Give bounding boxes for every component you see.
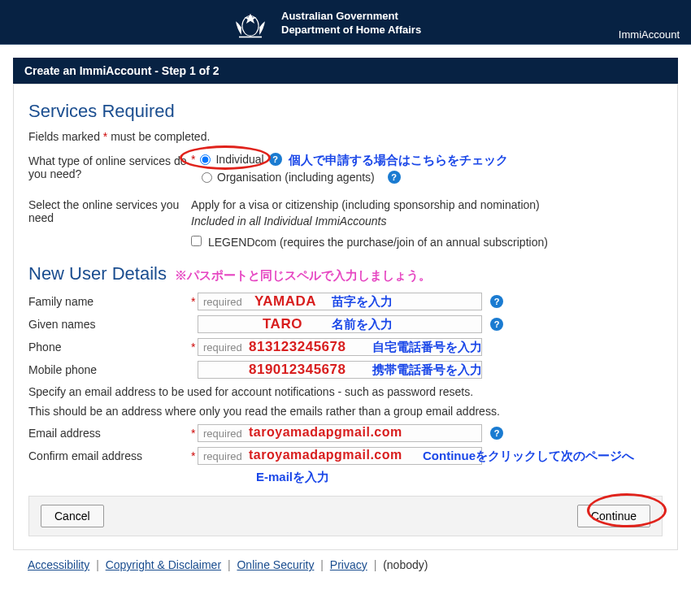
help-icon[interactable]: ? [269,153,282,166]
dept-name: Department of Home Affairs [281,24,421,37]
email-label: Email address [28,427,191,440]
panel-title: Create an ImmiAccount - Step 1 of 2 [13,58,678,84]
phone-label: Phone [28,341,191,354]
product-name: ImmiAccount [619,28,680,41]
phone-input[interactable] [198,338,482,356]
header: Australian Government Department of Home… [0,0,691,44]
cancel-button[interactable]: Cancel [41,505,104,527]
select-services-label: Select the online services you need [28,197,191,224]
help-icon[interactable]: ? [490,318,503,331]
annotation-passport-hint: ※パスポートと同じスペルで入力しましょう。 [175,268,431,284]
gov-name: Australian Government [281,10,421,24]
confirm-email-input[interactable] [198,447,482,465]
header-text: Australian Government Department of Home… [281,10,421,37]
given-names-label: Given names [28,318,191,331]
help-icon[interactable]: ? [388,171,401,184]
checkbox-legendcom[interactable] [191,236,202,246]
family-name-label: Family name [28,295,191,308]
mobile-label: Mobile phone [28,363,191,376]
email-note-2: This should be an address where only you… [28,405,663,418]
radio-individual-label: Individual [215,153,263,166]
footer: Accessibility | Copyright & Disclaimer |… [13,550,678,592]
mobile-input[interactable] [198,361,482,379]
annotation-email-label: E-mailを入力 [256,470,329,485]
newuser-heading: New User Details ※パスポートと同じスペルで入力しましょう。 [28,263,663,284]
footer-accessibility[interactable]: Accessibility [28,558,89,571]
apply-sub: Included in all Individual ImmiAccounts [191,215,663,228]
radio-individual[interactable] [200,154,211,165]
email-note-1: Specify an email address to be used for … [28,385,663,398]
gov-crest-icon [228,5,273,42]
help-icon[interactable]: ? [490,295,503,308]
continue-button[interactable]: Continue [577,505,650,527]
apply-text: Apply for a visa or citizenship (includi… [191,198,663,211]
services-heading: Services Required [28,101,663,122]
confirm-email-label: Confirm email address [28,449,191,462]
footer-privacy[interactable]: Privacy [330,558,367,571]
email-input[interactable] [198,424,482,442]
footer-nobody: (nobody) [383,558,428,571]
required-note: Fields marked * must be completed. [28,130,663,143]
family-name-input[interactable] [198,293,482,310]
service-type-label: What type of online services do you need… [28,153,191,180]
radio-organisation-label: Organisation (including agents) [217,171,375,184]
panel-body: Services Required Fields marked * must b… [13,84,678,550]
footer-copyright[interactable]: Copyright & Disclaimer [106,558,221,571]
help-icon[interactable]: ? [490,427,503,440]
given-names-input[interactable] [198,315,482,333]
legendcom-label: LEGENDcom (requires the purchase/join of… [208,236,548,249]
button-bar: Cancel Continue [28,496,663,536]
radio-organisation[interactable] [202,172,212,183]
footer-security[interactable]: Online Security [237,558,314,571]
